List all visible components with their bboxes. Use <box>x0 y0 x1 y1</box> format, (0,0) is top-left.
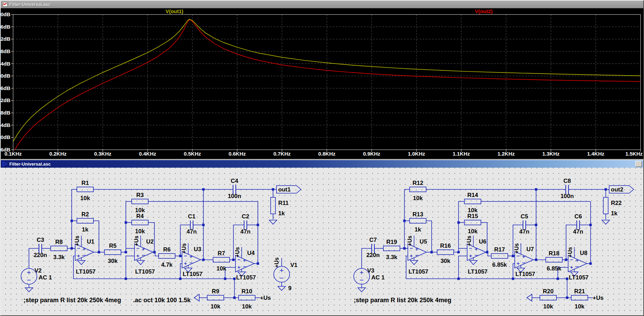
component-R7[interactable]: R710k <box>213 250 230 272</box>
trace-label-V(out1)[interactable]: V(out1) <box>165 8 183 14</box>
ground-symbol[interactable] <box>602 220 610 224</box>
wire[interactable] <box>481 223 487 252</box>
wire[interactable] <box>29 248 39 268</box>
schematic-canvas[interactable]: R110kR21kR310kR410kR530kR64.7kR710kR83.3… <box>1 168 643 315</box>
wire[interactable] <box>225 267 235 279</box>
component-C6[interactable]: C647n <box>573 213 583 235</box>
value-C2: 47n <box>240 228 250 235</box>
refdes-U7: U7 <box>526 246 534 253</box>
net-label-us: +Us <box>260 295 271 301</box>
ground-symbol[interactable] <box>358 288 365 292</box>
component-U4[interactable]: +UsU4LT1057 <box>234 247 256 281</box>
schematic-titlebar[interactable]: Filter-Universal.asc <box>1 160 643 168</box>
component-R14[interactable]: R1410k <box>464 192 481 214</box>
component-R16[interactable]: R1630k <box>437 243 454 264</box>
filter-circuit-out2: R1210kR131kR1410kR1510kR1630kR176.85kR18… <box>354 178 634 310</box>
supply-pin-label: +Us <box>466 236 472 246</box>
component-U8[interactable]: +UsU8LT1057 <box>567 247 588 281</box>
waveform-titlebar[interactable]: Filter-Universal.asc <box>1 1 643 8</box>
component-R9[interactable]: R910k <box>207 288 224 310</box>
component-R15[interactable]: R1510k <box>464 213 481 235</box>
wire[interactable] <box>93 221 99 252</box>
waveform-window-title: Filter-Universal.asc <box>9 2 51 7</box>
component-R17[interactable]: R176.85k <box>491 246 508 268</box>
component-R22[interactable]: R221k <box>603 197 622 217</box>
component-C4[interactable]: C4100n <box>228 178 241 199</box>
component-R1[interactable]: R110k <box>77 180 93 201</box>
component-U1[interactable]: +UsU1LT1057 <box>74 236 95 275</box>
supply-pin-label: +Us <box>407 236 413 246</box>
junction <box>71 247 73 250</box>
wire[interactable] <box>426 221 432 252</box>
wire[interactable] <box>148 223 154 252</box>
component-R5[interactable]: R530k <box>104 243 121 264</box>
value-R18: 6.85k <box>547 265 562 272</box>
wire[interactable] <box>121 201 132 252</box>
component-U2[interactable]: +UsU2LT1057 <box>133 236 155 275</box>
component-C7[interactable]: C7220n <box>366 237 380 258</box>
junction <box>202 259 205 261</box>
junction <box>565 259 567 261</box>
junction <box>403 247 406 250</box>
refdes-U2: U2 <box>146 238 154 245</box>
supply-pin-label: +Us <box>234 247 240 257</box>
component-R11[interactable]: R111k <box>271 197 289 217</box>
supply-pin-label: +Us <box>567 247 573 257</box>
wire[interactable] <box>459 256 467 279</box>
ground-symbol[interactable] <box>269 220 277 224</box>
component-R2[interactable]: R21k <box>77 211 93 233</box>
spice-directive[interactable]: .ac oct 10k 100 1.5k <box>133 297 191 304</box>
refdes-U4: U4 <box>247 250 255 256</box>
refdes-U8: U8 <box>580 250 587 256</box>
component-U6[interactable]: +UsU6LT1057 <box>466 236 487 275</box>
refdes-V1: V1 <box>290 262 298 268</box>
component-R10[interactable]: R1010k <box>239 288 255 310</box>
trace-label-V(out2)[interactable]: V(out2) <box>475 8 493 14</box>
ground-symbol[interactable] <box>278 286 285 290</box>
value-R4: 10k <box>135 228 145 235</box>
component-U7[interactable]: +UsU7LT1057 <box>514 243 535 277</box>
component-R3[interactable]: R310k <box>132 192 148 214</box>
wire[interactable] <box>126 256 134 279</box>
waveform-plot-area[interactable]: 0.1KHz0.2KHz0.3KHz0.4KHz0.5KHz0.6KHz0.7K… <box>1 8 643 159</box>
component-R18[interactable]: R186.85k <box>546 250 562 272</box>
component-C3[interactable]: C3220n <box>34 237 47 258</box>
wire[interactable] <box>73 256 234 298</box>
value-U2: LT1057 <box>135 268 155 275</box>
component-U5[interactable]: +UsU5LT1057 <box>407 236 428 275</box>
value-V1: 9 <box>288 285 291 292</box>
component-R20[interactable]: R2010k <box>540 288 556 310</box>
spice-directive[interactable]: ;step param R list 20k 250k 4meg <box>23 297 121 304</box>
component-C2[interactable]: C247n <box>240 213 250 235</box>
value-V3: AC 1 <box>371 274 385 281</box>
net-arrow-icon[interactable] <box>194 294 199 301</box>
ground-symbol[interactable] <box>25 288 33 292</box>
component-R19[interactable]: R193.3k <box>383 239 400 260</box>
component-R4[interactable]: R410k <box>132 213 148 235</box>
component-R13[interactable]: R131k <box>410 211 426 233</box>
junction <box>590 263 592 265</box>
value-U7: LT1057 <box>515 271 535 277</box>
y-tick-label: -54dB <box>1 122 10 128</box>
component-R21[interactable]: R2110k <box>571 288 588 310</box>
port-out1[interactable]: out1 <box>276 186 301 193</box>
component-R12[interactable]: R1210k <box>410 180 426 201</box>
spice-directive[interactable]: ;step param R list 20k 250k 4meg <box>354 297 451 304</box>
port-out2[interactable]: out2 <box>609 186 634 193</box>
component-R6[interactable]: R64.7k <box>159 246 175 268</box>
value-R8: 3.3k <box>53 254 65 260</box>
window-controls-button[interactable] <box>635 161 642 167</box>
net-arrow-icon[interactable] <box>527 294 532 301</box>
y-tick-label: -24dB <box>1 61 10 67</box>
component-R8[interactable]: R83.3k <box>51 239 67 260</box>
wire[interactable] <box>362 248 372 268</box>
component-C5[interactable]: C547n <box>519 213 529 235</box>
wire[interactable] <box>454 201 464 252</box>
component-V1[interactable] <box>274 266 290 282</box>
component-U3[interactable]: +UsU3LT1057 <box>181 243 202 277</box>
y-tick-label: -18dB <box>1 48 10 54</box>
schematic-window-title: Filter-Universal.asc <box>9 161 51 167</box>
refdes-U6: U6 <box>479 238 486 245</box>
component-C8[interactable]: C8100n <box>561 178 574 199</box>
component-C1[interactable]: C147n <box>187 213 197 235</box>
